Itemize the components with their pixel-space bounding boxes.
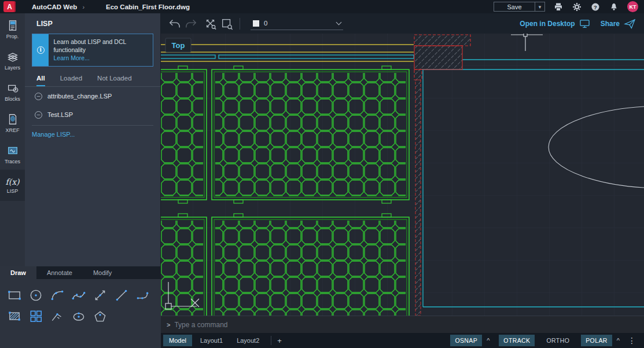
left-icon-sidebar: Prop. Layers Blocks XREF Traces f(x) LIS… bbox=[0, 13, 25, 266]
tab-annotate[interactable]: Annotate bbox=[36, 266, 83, 279]
ribbon-tabs: Draw Annotate Modify bbox=[0, 266, 161, 279]
divider bbox=[271, 336, 271, 345]
open-in-desktop-button[interactable]: Open in Desktop bbox=[520, 19, 590, 28]
tab-modify[interactable]: Modify bbox=[83, 266, 122, 279]
sidebar-item-label: Layers bbox=[5, 65, 20, 71]
lisp-file-name: Test.LSP bbox=[47, 111, 73, 118]
spline-tool-icon[interactable] bbox=[68, 285, 89, 306]
view-label[interactable]: Top bbox=[165, 38, 191, 52]
polar-caret-icon[interactable]: ^ bbox=[614, 337, 622, 344]
lisp-fx-icon: f(x) bbox=[5, 177, 19, 186]
layer-dropdown[interactable]: 0 bbox=[251, 17, 343, 30]
tab-model[interactable]: Model bbox=[163, 335, 192, 346]
blocks-icon bbox=[6, 82, 19, 94]
panel-array-top-left[interactable] bbox=[161, 66, 207, 203]
sidebar-item-label: XREF bbox=[5, 127, 19, 133]
tab-layout2[interactable]: Layout2 bbox=[231, 335, 265, 346]
tab-loaded[interactable]: Loaded bbox=[60, 75, 82, 86]
info-stripe: i bbox=[32, 34, 49, 66]
notifications-bell-icon[interactable] bbox=[609, 2, 619, 12]
view-label-text: Top bbox=[172, 41, 185, 50]
rectangle-tool-icon[interactable] bbox=[3, 285, 25, 306]
print-icon[interactable] bbox=[553, 2, 564, 12]
sidebar-item-xref[interactable]: XREF bbox=[0, 107, 25, 138]
info-icon: i bbox=[37, 46, 45, 54]
ellipse-tool-icon[interactable] bbox=[68, 306, 89, 327]
user-avatar[interactable]: KT bbox=[627, 1, 638, 12]
sidebar-item-label: LISP bbox=[7, 188, 19, 194]
drawing-viewport[interactable]: Top bbox=[161, 34, 644, 316]
osnap-caret-icon[interactable]: ^ bbox=[484, 337, 492, 344]
layers-icon bbox=[6, 50, 19, 63]
divider bbox=[240, 18, 240, 30]
lisp-file-row[interactable]: – attributes_change.LSP bbox=[25, 87, 160, 105]
traces-icon bbox=[6, 144, 19, 157]
add-layout-button[interactable]: + bbox=[277, 336, 282, 345]
lisp-panel-title: LISP bbox=[25, 13, 160, 28]
ortho-toggle[interactable]: ORTHO bbox=[542, 335, 574, 346]
lisp-file-row[interactable]: – Test.LSP bbox=[25, 105, 160, 124]
cad-drawing: Top bbox=[161, 34, 644, 316]
sidebar-item-label: Prop. bbox=[6, 34, 19, 39]
properties-icon bbox=[6, 19, 19, 32]
sidebar-item-traces[interactable]: Traces bbox=[0, 138, 25, 170]
sidebar-item-lisp[interactable]: f(x) LISP bbox=[0, 170, 25, 201]
layer-color-swatch bbox=[253, 20, 259, 27]
point-style-tool-icon[interactable] bbox=[46, 306, 68, 327]
line-tool-icon[interactable] bbox=[111, 285, 132, 306]
circle-tool-icon[interactable] bbox=[25, 285, 46, 306]
polyline-arc-tool-icon[interactable] bbox=[132, 285, 153, 306]
zoom-window-icon[interactable] bbox=[219, 17, 235, 31]
unload-lisp-icon[interactable]: – bbox=[35, 93, 42, 100]
tab-all[interactable]: All bbox=[36, 75, 45, 86]
panel-array-bottom-right[interactable] bbox=[212, 214, 409, 316]
draw-tools-panel: Draw Annotate Modify bbox=[0, 266, 161, 348]
panel-array-bottom-left[interactable] bbox=[161, 214, 207, 316]
insert-block-tool-icon[interactable] bbox=[25, 306, 46, 327]
lisp-filter-tabs: All Loaded Not Loaded bbox=[25, 67, 160, 87]
sidebar-item-label: Traces bbox=[5, 159, 20, 164]
canvas-toolbar: 0 Open in Desktop Share bbox=[161, 13, 644, 34]
save-dropdown-caret-icon[interactable]: ▾ bbox=[535, 2, 545, 12]
share-label: Share bbox=[601, 20, 620, 28]
lisp-info-banner: i Learn about LISP and DCL functionality… bbox=[32, 34, 153, 67]
tab-layout1[interactable]: Layout1 bbox=[194, 335, 229, 346]
settings-gear-icon[interactable] bbox=[572, 2, 582, 12]
unload-lisp-icon[interactable]: – bbox=[35, 111, 42, 119]
xline-tool-icon[interactable] bbox=[89, 285, 111, 306]
polar-toggle[interactable]: POLAR bbox=[581, 335, 612, 346]
bottom-status-bar: Model Layout1 Layout2 + OSNAP ^ OTRACK O… bbox=[161, 333, 644, 348]
command-bar: > bbox=[161, 316, 644, 333]
help-icon[interactable]: ? bbox=[590, 2, 601, 12]
sidebar-item-layers[interactable]: Layers bbox=[0, 45, 25, 76]
arc-tool-icon[interactable] bbox=[46, 285, 68, 306]
share-button[interactable]: Share bbox=[601, 19, 636, 29]
tab-draw[interactable]: Draw bbox=[0, 266, 36, 279]
breadcrumb-app-name[interactable]: AutoCAD Web bbox=[32, 3, 77, 10]
hatch-tool-icon[interactable] bbox=[3, 306, 25, 327]
autocad-logo-icon[interactable]: A bbox=[3, 1, 16, 12]
desktop-monitor-icon bbox=[579, 19, 590, 28]
manage-lisp-link[interactable]: Manage LISP... bbox=[25, 126, 160, 138]
redo-icon[interactable] bbox=[183, 17, 199, 31]
save-button[interactable]: Save bbox=[494, 2, 535, 12]
command-input[interactable] bbox=[174, 321, 463, 329]
command-prompt-icon: > bbox=[167, 321, 170, 328]
undo-icon[interactable] bbox=[167, 17, 183, 31]
otrack-toggle[interactable]: OTRACK bbox=[499, 335, 535, 346]
tab-not-loaded[interactable]: Not Loaded bbox=[97, 75, 131, 86]
polygon-tool-icon[interactable] bbox=[89, 306, 111, 327]
status-overflow-menu-icon[interactable]: ⋮ bbox=[624, 336, 639, 345]
breadcrumb-doc-name: Eco Cabin_First Floor.dwg bbox=[106, 3, 190, 10]
top-header-bar: A AutoCAD Web › Eco Cabin_First Floor.dw… bbox=[0, 0, 644, 13]
osnap-toggle[interactable]: OSNAP bbox=[450, 335, 482, 346]
sidebar-item-properties[interactable]: Prop. bbox=[0, 13, 25, 45]
lisp-file-name: attributes_change.LSP bbox=[47, 93, 112, 100]
panel-array-top-right[interactable] bbox=[212, 66, 409, 203]
breadcrumb-separator: › bbox=[82, 3, 84, 10]
lisp-panel: LISP i Learn about LISP and DCL function… bbox=[25, 13, 161, 266]
lisp-info-text: Learn about LISP and DCL functionality bbox=[53, 38, 126, 53]
learn-more-link[interactable]: Learn More... bbox=[53, 54, 89, 61]
sidebar-item-blocks[interactable]: Blocks bbox=[0, 76, 25, 107]
zoom-extents-icon[interactable] bbox=[203, 17, 219, 31]
